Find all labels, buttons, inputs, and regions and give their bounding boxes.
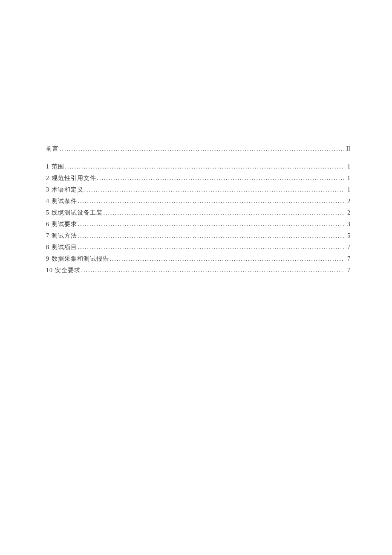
toc-entry: 3 术语和定义 1 (46, 186, 350, 194)
toc-page-number: II (345, 145, 350, 152)
toc-label: 9 数据采集和测试报告 (46, 255, 109, 263)
toc-leader-dots (110, 256, 345, 262)
toc-entry: 9 数据采集和测试报告 7 (46, 255, 350, 263)
toc-leader-dots (84, 186, 345, 193)
toc-entry: 5 线缆测试设备工装 2 (46, 209, 350, 217)
toc-page-number: 7 (345, 256, 350, 262)
toc-label: 5 线缆测试设备工装 (46, 209, 103, 217)
toc-label: 2 规范性引用文件 (46, 174, 96, 182)
toc-label: 前言 (46, 145, 59, 153)
toc-entry: 8 测试项目 7 (46, 244, 350, 251)
toc-page-number: 1 (345, 163, 350, 170)
toc-leader-dots (60, 145, 344, 152)
toc-page-number: 3 (345, 221, 350, 228)
toc-label: 6 测试要求 (46, 221, 77, 228)
toc-entry: 前言 II (46, 145, 350, 153)
toc-label: 8 测试项目 (46, 244, 77, 251)
toc-leader-dots (78, 221, 345, 228)
toc-entry: 10 安全要求 7 (46, 267, 350, 274)
toc-page-number: 1 (345, 186, 350, 193)
toc-entry: 7 测试方法 5 (46, 232, 350, 240)
toc-leader-dots (81, 267, 345, 274)
toc-label: 1 范围 (46, 163, 64, 171)
toc-page-number: 2 (345, 209, 350, 216)
toc-entry: 1 范围 1 (46, 163, 350, 171)
table-of-contents: 前言 II 1 范围 1 2 规范性引用文件 1 3 术语和定义 1 4 测试条… (46, 145, 350, 274)
toc-leader-dots (104, 209, 345, 216)
toc-leader-dots (78, 198, 345, 205)
toc-label: 10 安全要求 (46, 267, 81, 274)
toc-leader-dots (97, 175, 345, 182)
toc-page-number: 1 (345, 175, 350, 182)
toc-entry: 6 测试要求 3 (46, 221, 350, 228)
toc-label: 4 测试条件 (46, 198, 77, 205)
toc-page-number: 2 (345, 198, 350, 205)
toc-leader-dots (78, 232, 345, 239)
toc-leader-dots (78, 244, 345, 251)
toc-label: 3 术语和定义 (46, 186, 84, 194)
toc-page-number: 7 (345, 244, 350, 251)
toc-entry: 4 测试条件 2 (46, 198, 350, 205)
toc-page-number: 7 (345, 267, 350, 274)
toc-leader-dots (65, 163, 345, 170)
toc-page-number: 5 (345, 232, 350, 239)
toc-entry: 2 规范性引用文件 1 (46, 174, 350, 182)
toc-label: 7 测试方法 (46, 232, 77, 240)
